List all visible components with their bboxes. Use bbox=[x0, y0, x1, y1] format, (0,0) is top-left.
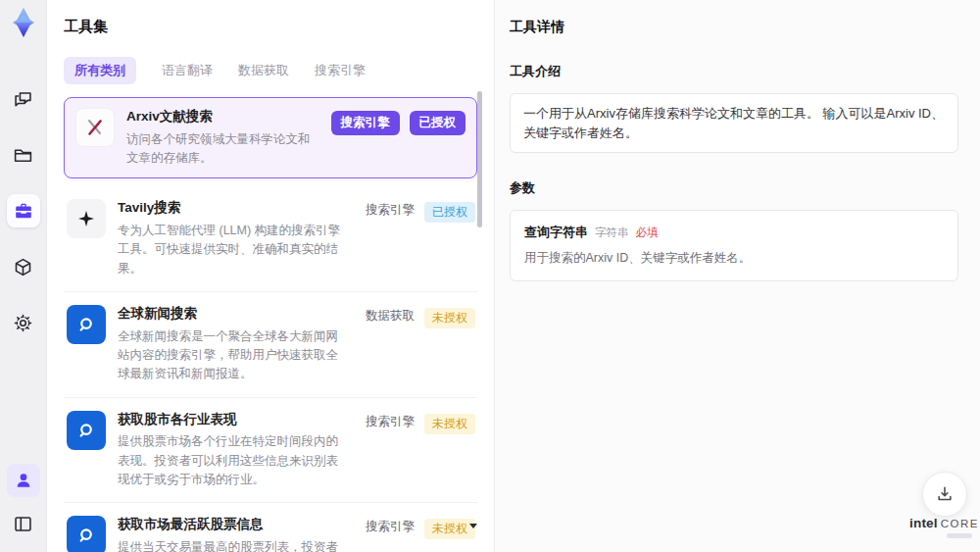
tool-name: 获取股市各行业表现 bbox=[118, 411, 348, 428]
app-logo-icon[interactable] bbox=[5, 4, 42, 41]
arxiv-logo-icon bbox=[75, 108, 115, 147]
tab-language-translation[interactable]: 语言翻译 bbox=[162, 62, 213, 79]
category-label: 搜索引擎 bbox=[366, 519, 415, 535]
param-name: 查询字符串 bbox=[524, 224, 588, 241]
list-scrollbar[interactable] bbox=[477, 91, 482, 227]
status-badge: 已授权 bbox=[424, 202, 475, 223]
intro-heading: 工具介绍 bbox=[510, 63, 958, 80]
tool-desc: 提供股票市场各个行业在特定时间段内的表现。投资者可以利用这些信息来识别表现优于或… bbox=[118, 432, 341, 489]
category-label: 搜索引擎 bbox=[366, 202, 415, 219]
rail-bottom bbox=[7, 464, 40, 552]
panels-icon[interactable] bbox=[7, 507, 40, 540]
intel-sub-brand bbox=[947, 533, 972, 538]
rail-nav bbox=[7, 82, 40, 339]
tool-name: Arxiv文献搜索 bbox=[126, 108, 314, 125]
tool-name: 获取市场最活跃股票信息 bbox=[118, 516, 348, 533]
status-badge: 未授权 bbox=[424, 308, 475, 328]
tool-row-arxiv[interactable]: Arxiv文献搜索 访问各个研究领域大量科学论文和文章的存储库。 搜索引擎 已授… bbox=[64, 97, 477, 178]
status-badge[interactable]: 已授权 bbox=[410, 111, 466, 135]
page-title: 工具集 bbox=[64, 18, 494, 36]
category-tabs: 所有类别 语言翻译 数据获取 搜索引擎 bbox=[64, 57, 494, 84]
tab-search-engine[interactable]: 搜索引擎 bbox=[315, 62, 366, 79]
category-label: 搜索引擎 bbox=[366, 414, 415, 430]
tab-all-categories[interactable]: 所有类别 bbox=[64, 57, 136, 84]
tool-list-panel: 工具集 所有类别 语言翻译 数据获取 搜索引擎 Arxiv文献搜索 访问各个研究… bbox=[47, 0, 494, 552]
core-wordmark: CORE bbox=[941, 518, 979, 529]
gear-icon[interactable] bbox=[7, 306, 40, 339]
category-badge[interactable]: 搜索引擎 bbox=[331, 111, 400, 135]
sparkle-icon bbox=[67, 199, 106, 238]
param-desc: 用于搜索的Arxiv ID、关键字或作者姓名。 bbox=[524, 250, 944, 267]
news-search-icon bbox=[67, 305, 106, 344]
tool-detail-panel: 工具详情 工具介绍 一个用于从Arxiv存储库搜索科学论文和文章的工具。 输入可… bbox=[495, 0, 980, 552]
tool-name: Tavily搜索 bbox=[118, 199, 348, 217]
status-badge: 未授权 bbox=[424, 519, 475, 539]
tool-row-sector-performance[interactable]: 获取股市各行业表现 提供股票市场各个行业在特定时间段内的表现。投资者可以利用这些… bbox=[64, 398, 477, 504]
param-card: 查询字符串 字符串 必填 用于搜索的Arxiv ID、关键字或作者姓名。 bbox=[510, 210, 958, 281]
tool-name: 全球新闻搜索 bbox=[118, 305, 348, 323]
intel-wordmark: intel bbox=[909, 516, 938, 530]
tool-desc: 提供当天交易量最高的股票列表，投资者可以利用这些信息来识别流动性强的股票和潜在的… bbox=[118, 538, 341, 552]
intel-core-logo: intelCORE bbox=[909, 514, 974, 538]
app-window: 工具集 所有类别 语言翻译 数据获取 搜索引擎 Arxiv文献搜索 访问各个研究… bbox=[0, 0, 980, 552]
tool-desc: 全球新闻搜索是一个聚合全球各大新闻网站内容的搜索引擎，帮助用户快速获取全球最新资… bbox=[118, 327, 341, 384]
scroll-down-caret-icon[interactable] bbox=[469, 524, 477, 528]
cube-icon[interactable] bbox=[7, 250, 40, 283]
param-required-badge: 必填 bbox=[636, 226, 659, 240]
tab-data-acquisition[interactable]: 数据获取 bbox=[238, 62, 289, 79]
download-button[interactable] bbox=[922, 472, 967, 517]
detail-title: 工具详情 bbox=[510, 19, 958, 36]
tool-list: Arxiv文献搜索 访问各个研究领域大量科学论文和文章的存储库。 搜索引擎 已授… bbox=[64, 97, 477, 552]
chat-icon[interactable] bbox=[7, 82, 40, 116]
param-type: 字符串 bbox=[595, 226, 629, 240]
tool-row-most-active-stocks[interactable]: 获取市场最活跃股票信息 提供当天交易量最高的股票列表，投资者可以利用这些信息来识… bbox=[64, 503, 477, 552]
toolbox-icon[interactable] bbox=[7, 194, 40, 227]
left-icon-rail bbox=[0, 0, 47, 552]
intro-text-box: 一个用于从Arxiv存储库搜索科学论文和文章的工具。 输入可以是Arxiv ID… bbox=[510, 93, 958, 153]
download-icon bbox=[935, 484, 955, 504]
params-heading: 参数 bbox=[510, 179, 958, 197]
news-search-icon bbox=[67, 411, 106, 450]
tool-row-global-news[interactable]: 全球新闻搜索 全球新闻搜索是一个聚合全球各大新闻网站内容的搜索引擎，帮助用户快速… bbox=[64, 292, 477, 398]
tool-row-tavily[interactable]: Tavily搜索 专为人工智能代理 (LLM) 构建的搜索引擎工具。可快速提供实… bbox=[64, 186, 477, 292]
folder-icon[interactable] bbox=[7, 138, 40, 172]
tool-desc: 专为人工智能代理 (LLM) 构建的搜索引擎工具。可快速提供实时、准确和真实的结… bbox=[118, 222, 341, 278]
tool-desc: 访问各个研究领域大量科学论文和文章的存储库。 bbox=[126, 130, 314, 169]
news-search-icon bbox=[67, 516, 106, 552]
category-label: 数据获取 bbox=[366, 308, 415, 325]
status-badge: 未授权 bbox=[424, 414, 475, 434]
user-icon[interactable] bbox=[7, 464, 40, 497]
